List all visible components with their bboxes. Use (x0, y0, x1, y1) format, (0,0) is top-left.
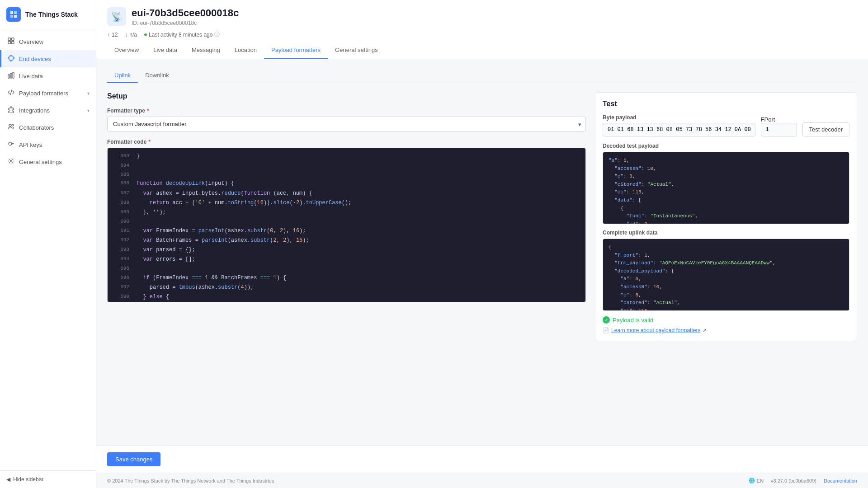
learn-more-link[interactable]: Learn more about payload formatters (611, 327, 700, 333)
chevron-down-icon: ▾ (87, 108, 90, 113)
sidebar-item-label: Overview (19, 38, 90, 45)
device-stats: ↑ 12 ↓ n/a Last activity 8 minutes ago ⓘ (107, 31, 857, 38)
svg-rect-1 (14, 11, 17, 14)
complete-uplink-box: { "f_port": 1, "frm_payload": "AQFoExNoC… (603, 239, 849, 311)
bar-chart-icon (8, 72, 14, 80)
complete-uplink-section: Complete uplink data { "f_port": 1, "frm… (603, 230, 849, 311)
tab-location[interactable]: Location (227, 42, 264, 59)
byte-payload-label: Byte payload (603, 114, 755, 121)
gear-icon (8, 158, 14, 166)
device-id-value: eui-70b3d5cee000018c (140, 20, 197, 26)
sidebar-item-label: Payload formatters (19, 90, 83, 97)
hide-sidebar-label: Hide sidebar (13, 476, 43, 483)
test-decoder-button[interactable]: Test decoder (802, 122, 849, 136)
fport-field: FPort (761, 116, 797, 136)
fport-input[interactable] (761, 123, 797, 136)
svg-rect-2 (10, 15, 13, 18)
svg-rect-5 (12, 38, 14, 41)
globe-icon: 🌐 (749, 478, 755, 483)
sidebar-item-overview[interactable]: Overview (0, 33, 96, 50)
sidebar-nav: Overview End devices Live data Payload f… (0, 29, 96, 470)
sidebar-toggle-icon: ◀ (6, 476, 10, 483)
svg-rect-19 (13, 72, 14, 78)
sidebar-item-end-devices[interactable]: End devices (0, 50, 96, 67)
sidebar-item-label: Live data (19, 73, 90, 80)
code-icon (8, 89, 14, 97)
copyright-text: © 2024 The Things Stack by The Things Ne… (107, 478, 274, 483)
learn-more-section: 📄 Learn more about payload formatters ↗ (603, 327, 849, 333)
stat-up: ↑ 12 (107, 32, 118, 38)
app-title: The Things Stack (25, 11, 78, 18)
sidebar-item-live-data[interactable]: Live data (0, 67, 96, 84)
tab-messaging[interactable]: Messaging (184, 42, 227, 59)
payload-valid-badge: ✓ Payload is valid (603, 316, 849, 324)
tab-overview[interactable]: Overview (107, 42, 146, 59)
svg-point-22 (12, 124, 14, 126)
sidebar-item-integrations[interactable]: Integrations ▾ (0, 102, 96, 119)
formatter-code-label: Formatter code * (107, 139, 586, 145)
save-changes-button[interactable]: Save changes (107, 452, 160, 466)
code-editor[interactable]: 683} 684 685 686function decodeUplink(in… (108, 148, 585, 302)
test-panel: Test Byte payload FPort Test decoder (595, 92, 857, 341)
code-editor-container: 683} 684 685 686function decodeUplink(in… (107, 148, 586, 302)
footer-right: 🌐 EN v3.27.0 (bc0bba609) Documentation (749, 478, 857, 483)
device-name: eui-70b3d5cee000018c (132, 7, 239, 19)
setup-title: Setup (107, 92, 586, 100)
hide-sidebar-button[interactable]: ◀ Hide sidebar (0, 470, 96, 488)
sidebar-item-label: Integrations (19, 107, 83, 114)
device-header: 📡 eui-70b3d5cee000018c ID: eui-70b3d5cee… (96, 0, 868, 59)
external-link-icon: ↗ (702, 327, 707, 333)
device-tabs: Overview Live data Messaging Location Pa… (107, 42, 857, 59)
chip-icon (8, 55, 14, 63)
document-icon: 📄 (603, 327, 609, 333)
device-icon: 📡 (107, 7, 126, 26)
sidebar-item-api-keys[interactable]: API keys (0, 136, 96, 153)
svg-point-24 (10, 160, 12, 162)
sidebar-item-label: End devices (19, 56, 90, 62)
sidebar-item-label: Collaborators (19, 124, 90, 131)
sidebar-item-label: API keys (19, 141, 90, 148)
sub-tab-uplink[interactable]: Uplink (107, 68, 138, 83)
svg-rect-7 (12, 42, 14, 44)
valid-check-icon: ✓ (603, 316, 610, 324)
svg-rect-18 (10, 73, 12, 78)
sub-tab-downlink[interactable]: Downlink (138, 68, 176, 83)
formatter-type-select[interactable]: Custom Javascript formatter (107, 117, 586, 131)
svg-line-20 (10, 90, 12, 95)
logo-icon (6, 7, 21, 22)
bottom-bar: Save changes (96, 446, 868, 473)
decoded-payload-section: Decoded test payload "a": 5, "accessN": … (603, 143, 849, 224)
decoded-payload-box: "a": 5, "accessN": 10, "c": 8, "cStored"… (603, 152, 849, 224)
puzzle-icon (8, 106, 14, 114)
tab-general-settings[interactable]: General settings (328, 42, 385, 59)
sidebar-logo[interactable]: The Things Stack (0, 0, 96, 29)
svg-rect-6 (8, 42, 11, 44)
byte-payload-field: Byte payload (603, 114, 755, 136)
tab-live-data[interactable]: Live data (146, 42, 184, 59)
main-area: 📡 eui-70b3d5cee000018c ID: eui-70b3d5cee… (96, 0, 868, 488)
two-column-layout: Setup Formatter type * Custom Javascript… (107, 92, 857, 341)
sub-tabs: Uplink Downlink (107, 68, 857, 83)
sidebar-item-collaborators[interactable]: Collaborators (0, 119, 96, 136)
language-selector[interactable]: 🌐 EN (749, 478, 764, 483)
svg-point-21 (9, 124, 11, 127)
valid-label: Payload is valid (613, 317, 653, 324)
last-activity: Last activity 8 minutes ago ⓘ (144, 31, 220, 38)
version-label: v3.27.0 (bc0bba609) (771, 478, 816, 483)
setup-panel: Setup Formatter type * Custom Javascript… (107, 92, 586, 341)
test-input-row: Byte payload FPort Test decoder (603, 114, 849, 136)
documentation-link[interactable]: Documentation (824, 478, 857, 483)
footer: © 2024 The Things Stack by The Things Ne… (96, 473, 868, 488)
sidebar-item-payload-formatters[interactable]: Payload formatters ▾ (0, 84, 96, 102)
sidebar: The Things Stack Overview End devices Li… (0, 0, 96, 488)
language-label: EN (757, 478, 764, 483)
sidebar-item-general-settings[interactable]: General settings (0, 153, 96, 170)
stat-down: ↓ n/a (125, 32, 137, 38)
complete-uplink-label: Complete uplink data (603, 230, 849, 236)
byte-payload-input[interactable] (603, 123, 755, 136)
formatter-type-label: Formatter type * (107, 108, 586, 114)
test-title: Test (603, 100, 849, 108)
tab-payload-formatters[interactable]: Payload formatters (264, 42, 328, 59)
decoded-payload-label: Decoded test payload (603, 143, 849, 149)
sidebar-item-label: General settings (19, 159, 90, 165)
